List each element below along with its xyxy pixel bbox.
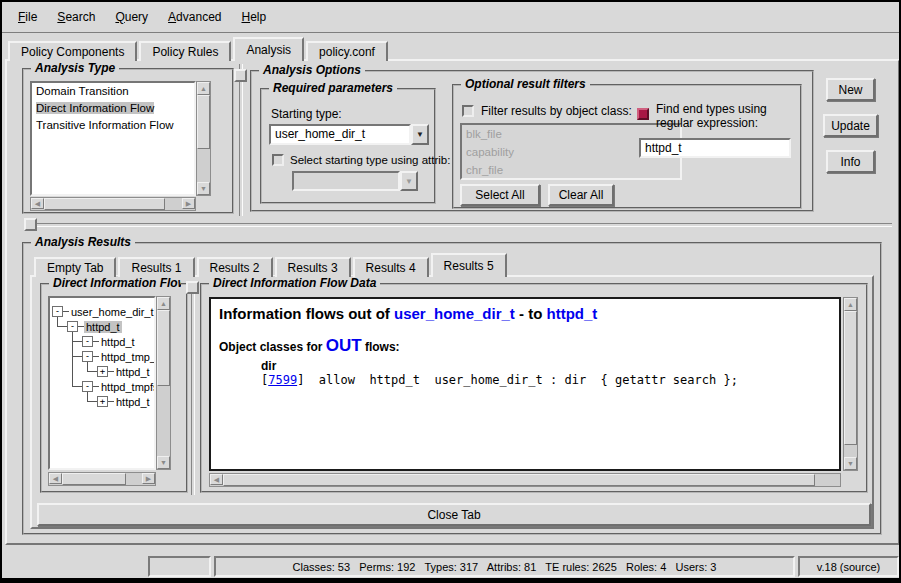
menu-query[interactable]: Query [105,7,158,27]
object-class-checkbox[interactable] [462,105,474,117]
starting-type-combobox[interactable]: user_home_dir_t ▼ [269,124,429,145]
analysis-type-hscroll[interactable]: ◀ ▶ [30,197,196,211]
tree-expander[interactable]: - [82,336,93,347]
object-class-name: dir [261,359,831,373]
tree-vscroll[interactable]: ▲ ▼ [156,296,171,470]
tree-expander[interactable]: + [97,366,108,377]
attrib-checkbox[interactable] [272,154,284,166]
list-item[interactable]: Transitive Information Flow [32,117,194,134]
tree-connector [87,362,88,371]
info-button[interactable]: Info [826,150,875,173]
required-parameters-title: Required parameters [269,81,397,95]
tree-expander[interactable]: - [82,351,93,362]
tab-results-4[interactable]: Results 4 [353,257,429,277]
tree-node[interactable]: -httpd_t [50,319,154,334]
vertical-splitter[interactable] [191,281,195,495]
tab-policy-conf[interactable]: policy.conf [306,41,388,61]
scroll-right-icon[interactable]: ▶ [142,473,155,484]
tree-node[interactable]: +httpd_t [50,364,154,379]
new-button[interactable]: New [826,78,875,101]
scroll-left-icon[interactable]: ◀ [31,198,44,209]
tree-hscroll[interactable]: ◀ ▶ [48,472,156,486]
tree-node[interactable]: -httpd_t [50,334,154,349]
tab-results-2[interactable]: Results 2 [197,257,273,277]
analysis-results-frame: Analysis Results Empty Tab Results 1 Res… [22,242,882,535]
update-button[interactable]: Update [823,114,878,137]
rule-number-link[interactable]: 7599 [268,373,297,387]
list-item: chr_file [462,161,680,179]
scroll-thumb[interactable] [44,198,165,210]
tree-node[interactable]: +httpd_t [50,394,154,409]
object-classes-line: Object classes for OUT flows: [219,336,831,356]
scroll-left-icon[interactable]: ◀ [210,474,223,485]
splitter-handle[interactable] [24,218,37,231]
select-all-button[interactable]: Select All [460,184,540,206]
scroll-up-icon[interactable]: ▲ [197,82,210,95]
flow-data-textarea[interactable]: Information flows out of user_home_dir_t… [209,297,841,471]
scroll-thumb[interactable] [197,95,210,149]
analysis-results-title: Analysis Results [31,235,135,249]
tree-node-label[interactable]: httpd_t [114,366,152,378]
menu-help[interactable]: Help [231,7,276,27]
tab-policy-components[interactable]: Policy Components [8,41,137,61]
tab-analysis[interactable]: Analysis [233,37,304,61]
flow-tree-frame: Direct Information Flow T -user_home_dir… [40,283,188,493]
tree-expander[interactable]: - [82,381,93,392]
scroll-thumb[interactable] [62,473,126,485]
tree-node-label[interactable]: httpd_tmpfs_t [99,381,156,393]
scroll-right-icon[interactable]: ▶ [182,198,195,209]
tree-node-label[interactable]: user_home_dir_t [69,306,156,318]
scroll-left-icon[interactable]: ◀ [49,473,62,484]
tree-node[interactable]: -user_home_dir_t [50,304,154,319]
attrib-checkbox-row: Select starting type using attrib: [272,153,450,167]
object-class-checkbox-label: Filter results by object class: [481,104,632,118]
splitter-handle[interactable] [186,281,199,294]
list-item[interactable]: Domain Transition [32,83,194,100]
flow-tree[interactable]: -user_home_dir_t -httpd_t -httpd_t -http… [48,296,156,470]
scroll-up-icon[interactable]: ▲ [844,298,857,311]
flow-data-frame: Direct Information Flow Data Information… [200,283,868,493]
analysis-type-vscroll[interactable]: ▲ ▼ [196,81,211,196]
scroll-thumb[interactable] [844,311,857,445]
main-tab-bar: Policy Components Policy Rules Analysis … [8,37,390,61]
data-hscroll[interactable]: ◀ [209,473,841,487]
menu-search[interactable]: Search [47,7,105,27]
close-tab-button[interactable]: Close Tab [37,503,871,526]
tree-expander[interactable]: - [67,321,78,332]
tab-policy-rules[interactable]: Policy Rules [139,41,231,61]
tree-node-label[interactable]: httpd_t [114,396,152,408]
scroll-down-icon[interactable]: ▼ [197,182,210,195]
scroll-down-icon[interactable]: ▼ [157,456,170,469]
tree-node-label-selected[interactable]: httpd_t [84,321,122,333]
tree-node[interactable]: -httpd_tmp_t [50,349,154,364]
tree-node-label[interactable]: httpd_t [99,336,137,348]
tab-results-3[interactable]: Results 3 [275,257,351,277]
clear-all-button[interactable]: Clear All [548,184,614,206]
regex-checkbox[interactable] [637,108,649,120]
tab-results-5[interactable]: Results 5 [431,253,507,277]
starting-type-value: user_home_dir_t [269,124,411,145]
vertical-splitter[interactable] [239,64,243,216]
combo-arrow-icon: ▼ [400,171,418,191]
window-bottom-edge [2,578,899,582]
horizontal-splitter[interactable] [30,223,892,227]
data-vscroll[interactable]: ▲ ▼ [843,297,858,471]
tree-node[interactable]: -httpd_tmpfs_t [50,379,154,394]
menu-file[interactable]: File [8,7,47,27]
tab-empty-tab[interactable]: Empty Tab [34,257,116,277]
combo-arrow-icon[interactable]: ▼ [411,124,429,145]
tree-node-label[interactable]: httpd_tmp_t [99,351,156,363]
scroll-thumb[interactable] [157,310,170,386]
selected-analysis-type[interactable]: Direct Information Flow [36,102,154,114]
tree-expander[interactable]: - [52,306,63,317]
tree-expander[interactable]: + [97,396,108,407]
scroll-down-icon[interactable]: ▼ [844,457,857,470]
scroll-up-icon[interactable]: ▲ [157,297,170,310]
scroll-thumb[interactable] [223,474,815,486]
regex-input[interactable] [639,138,791,158]
menu-advanced[interactable]: Advanced [158,7,231,27]
analysis-type-listbox[interactable]: Domain Transition Direct Information Flo… [30,81,196,196]
splitter-handle[interactable] [234,69,247,82]
flow-data-title: Direct Information Flow Data [209,276,380,290]
tab-results-1[interactable]: Results 1 [118,257,194,277]
